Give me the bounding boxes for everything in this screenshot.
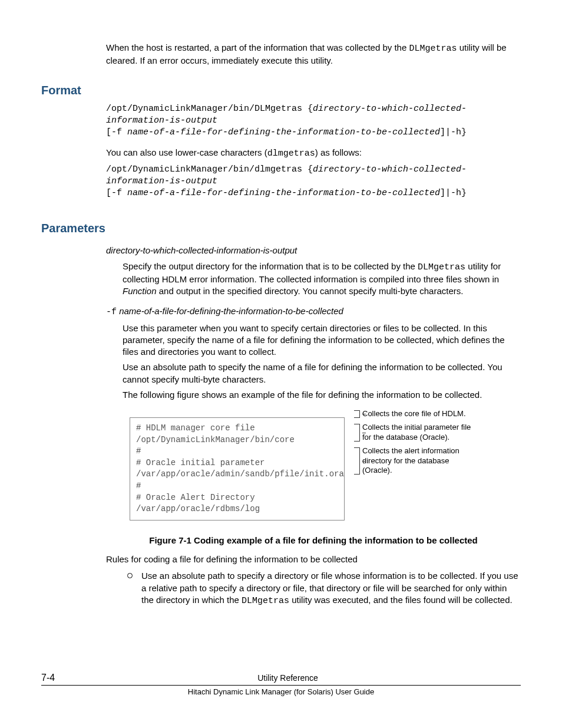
heading-format: Format: [41, 83, 521, 98]
param1-name: directory-to-which-collected-information…: [106, 245, 521, 256]
format-code-2: /opt/DynamicLinkManager/bin/dlmgetras {d…: [106, 164, 521, 200]
bracket-icon: [352, 409, 362, 419]
bracket-icon: [352, 423, 362, 443]
page-number: 7-4: [41, 671, 55, 684]
intro-text: When the host is restarted, a part of th…: [106, 42, 521, 67]
format-code-1: /opt/DynamicLinkManager/bin/DLMgetras {d…: [106, 103, 521, 139]
figure-code-box: # HDLM manager core file /opt/DynamicLin…: [130, 417, 345, 521]
footer-section: Utility Reference: [55, 673, 521, 684]
figure-caption: Figure 7-1 Coding example of a file for …: [130, 535, 497, 546]
code-inline: dlmgetras: [267, 149, 315, 159]
bracket-icon: [352, 446, 362, 476]
param1-body: Specify the output directory for the inf…: [123, 261, 521, 298]
param2-body: Use this parameter when you want to spec…: [123, 322, 521, 401]
code-inline: DLMgetras: [242, 596, 289, 606]
rules-intro: Rules for coding a file for defining the…: [106, 554, 521, 565]
figure-callouts: Collects the core file of HDLM. Collects…: [352, 409, 475, 479]
footer-guide: Hitachi Dynamic Link Manager (for Solari…: [41, 687, 521, 697]
heading-parameters: Parameters: [41, 220, 521, 236]
callout-text: Collects the initial parameter file for …: [362, 423, 475, 443]
page-footer: 7-4 Utility Reference Hitachi Dynamic Li…: [41, 671, 521, 697]
intro-paragraph: When the host is restarted, a part of th…: [106, 42, 521, 67]
footer-divider: [41, 685, 521, 686]
callout-text: Collects the alert information directory…: [362, 446, 475, 476]
code-inline: DLMgetras: [409, 44, 457, 54]
figure-7-1: # HDLM manager core file /opt/DynamicLin…: [130, 409, 521, 529]
format-mid-text: You can also use lower-case characters (…: [106, 147, 521, 160]
code-inline: DLMgetras: [418, 262, 465, 272]
rules-item: Use an absolute path to specify a direct…: [127, 570, 521, 607]
param2-name: -f name-of-a-file-for-defining-the-infor…: [106, 305, 521, 318]
rules-list: Use an absolute path to specify a direct…: [106, 570, 521, 607]
callout-text: Collects the core file of HDLM.: [362, 409, 466, 419]
